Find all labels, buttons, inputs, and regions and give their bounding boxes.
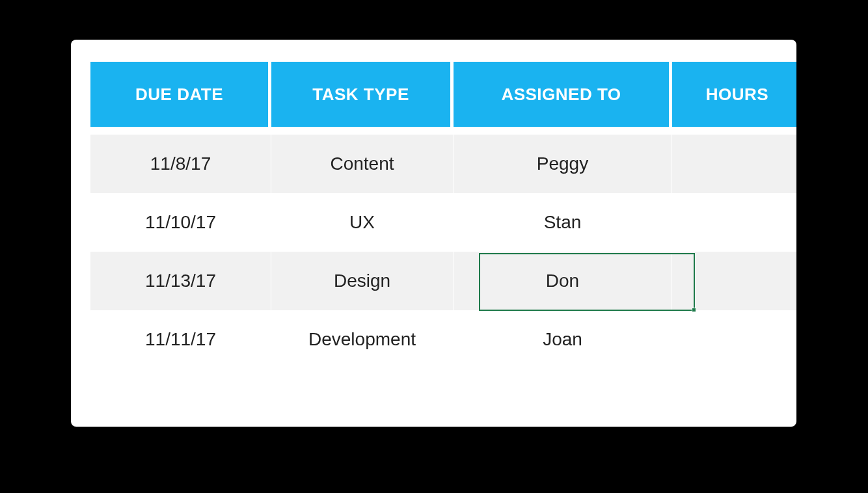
cell-assigned-to[interactable]: Stan [454,193,672,252]
table-row: 11/10/17 UX Stan [90,193,796,252]
task-table: DUE DATE TASK TYPE ASSIGNED TO HOURS 11/… [90,62,796,369]
cell-hours[interactable] [672,310,796,369]
cell-due-date[interactable]: 11/8/17 [90,135,271,193]
header-assigned-to[interactable]: ASSIGNED TO [454,62,672,127]
cell-task-type[interactable]: UX [271,193,454,252]
cell-assigned-to[interactable]: Joan [454,310,672,369]
table-row: 11/8/17 Content Peggy [90,135,796,193]
cell-assigned-to[interactable]: Don [454,252,672,310]
cell-hours[interactable] [672,135,796,193]
cell-hours[interactable] [672,193,796,252]
table-row: 11/13/17 Design Don [90,252,796,310]
cell-due-date[interactable]: 11/11/17 [90,310,271,369]
spreadsheet-card: DUE DATE TASK TYPE ASSIGNED TO HOURS 11/… [71,40,796,427]
header-task-type[interactable]: TASK TYPE [271,62,454,127]
header-due-date[interactable]: DUE DATE [90,62,271,127]
cell-hours[interactable] [672,252,796,310]
cell-task-type[interactable]: Development [271,310,454,369]
header-hours[interactable]: HOURS [672,62,796,127]
table-row: 11/11/17 Development Joan [90,310,796,369]
cell-task-type[interactable]: Content [271,135,454,193]
header-spacer [90,127,796,135]
cell-due-date[interactable]: 11/13/17 [90,252,271,310]
cell-assigned-to[interactable]: Peggy [454,135,672,193]
cell-task-type[interactable]: Design [271,252,454,310]
table-wrap: DUE DATE TASK TYPE ASSIGNED TO HOURS 11/… [90,62,777,369]
cell-due-date[interactable]: 11/10/17 [90,193,271,252]
table-header-row: DUE DATE TASK TYPE ASSIGNED TO HOURS [90,62,796,127]
